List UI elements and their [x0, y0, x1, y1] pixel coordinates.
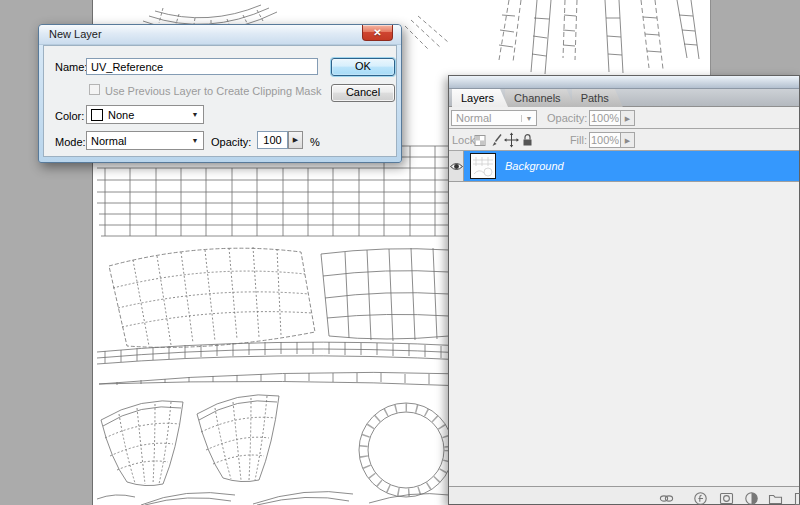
- layer-name: Background: [496, 151, 564, 181]
- chevron-down-icon: ▼: [521, 115, 536, 122]
- color-value: None: [108, 109, 187, 121]
- dialog-titlebar[interactable]: New Layer ✕: [39, 25, 401, 45]
- thumbnail-preview: [471, 154, 495, 178]
- close-button[interactable]: ✕: [362, 25, 393, 41]
- visibility-toggle[interactable]: [449, 151, 464, 181]
- layers-palette: Layers Channels Paths Normal ▼ Opacity: …: [448, 75, 800, 505]
- adjustment-layer-icon[interactable]: [744, 491, 759, 505]
- opacity-field[interactable]: 100%: [589, 110, 621, 126]
- clipping-mask-label: Use Previous Layer to Create Clipping Ma…: [105, 85, 321, 97]
- layer-name-input[interactable]: [86, 58, 318, 75]
- mode-dropdown[interactable]: Normal ▼: [86, 131, 204, 150]
- lock-all-icon[interactable]: [520, 132, 535, 148]
- new-group-icon[interactable]: [768, 491, 783, 505]
- clipping-mask-checkbox[interactable]: [89, 84, 100, 95]
- lock-fill-row: Lock: Fill: 100% ▶: [449, 129, 799, 151]
- opacity-input[interactable]: [257, 131, 288, 149]
- color-dropdown[interactable]: None ▼: [86, 105, 204, 124]
- opacity-label: Opacity:: [211, 136, 251, 148]
- name-label: Name:: [55, 61, 87, 73]
- mode-label: Mode:: [55, 136, 86, 148]
- new-layer-dialog: New Layer ✕ Name: OK Use Previous Layer …: [38, 24, 402, 163]
- lock-image-icon[interactable]: [489, 132, 504, 148]
- opacity-slider-button[interactable]: ▶: [621, 110, 635, 126]
- chevron-down-icon: ▼: [187, 111, 203, 118]
- fill-label: Fill:: [547, 134, 587, 146]
- dialog-title: New Layer: [49, 28, 102, 40]
- fill-field[interactable]: 100%: [589, 132, 621, 148]
- lock-position-icon[interactable]: [504, 132, 519, 148]
- color-label: Color:: [55, 110, 84, 122]
- layer-mask-icon[interactable]: [719, 491, 734, 505]
- tab-paths[interactable]: Paths: [572, 89, 623, 107]
- mode-value: Normal: [87, 135, 187, 147]
- layer-thumbnail[interactable]: [470, 153, 496, 179]
- layer-style-icon[interactable]: [693, 491, 708, 505]
- chevron-down-icon: ▼: [187, 137, 203, 144]
- close-icon: ✕: [373, 27, 381, 38]
- new-layer-icon[interactable]: [792, 491, 800, 505]
- desktop: New Layer ✕ Name: OK Use Previous Layer …: [0, 0, 800, 505]
- fill-slider-button[interactable]: ▶: [621, 132, 635, 148]
- percent-label: %: [310, 136, 320, 148]
- blend-opacity-row: Normal ▼ Opacity: 100% ▶: [449, 107, 799, 129]
- blend-mode-value: Normal: [452, 112, 521, 124]
- palette-titlebar[interactable]: [449, 76, 799, 89]
- eye-icon: [450, 162, 463, 171]
- palette-bottom-bar: [449, 486, 799, 504]
- palette-tabs: Layers Channels Paths: [449, 89, 799, 107]
- blend-mode-dropdown[interactable]: Normal ▼: [451, 110, 537, 126]
- ok-button[interactable]: OK: [331, 58, 395, 76]
- opacity-label: Opacity:: [547, 112, 587, 124]
- opacity-slider-button[interactable]: ▶: [288, 131, 303, 149]
- layer-list: Background: [449, 151, 799, 488]
- arrow-right-icon: ▶: [293, 136, 298, 144]
- tab-channels[interactable]: Channels: [505, 89, 574, 107]
- layer-row-background[interactable]: Background: [449, 151, 799, 182]
- tab-layers[interactable]: Layers: [452, 89, 508, 107]
- lock-transparency-icon[interactable]: [473, 132, 488, 148]
- cancel-button[interactable]: Cancel: [331, 84, 395, 102]
- link-layers-icon[interactable]: [659, 491, 674, 505]
- color-swatch: [91, 109, 103, 121]
